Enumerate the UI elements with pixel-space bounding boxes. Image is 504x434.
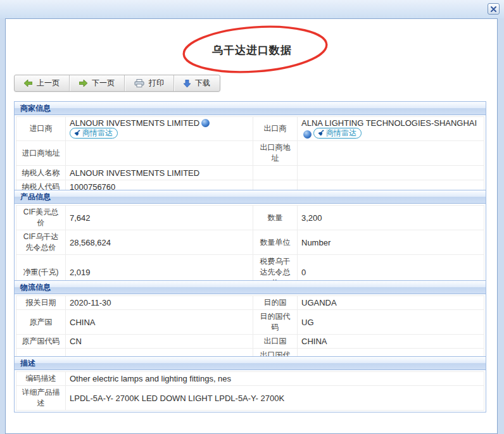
printer-icon [134, 79, 144, 87]
next-page-label: 下一页 [92, 78, 115, 89]
exporter-label: 出口商 [253, 117, 298, 141]
quantity-unit-value: Number [298, 230, 484, 255]
section-title: 产品信息 [15, 190, 486, 204]
section-description: 描述 编码描述 Other electric lamps and lightin… [14, 356, 486, 412]
cif-ugx-label: CIF乌干达先令总价 [16, 230, 66, 255]
print-button[interactable]: 打印 [124, 75, 173, 91]
page-title: 乌干达进口数据 [0, 43, 504, 58]
origin-code-value: CN [66, 335, 253, 349]
dest-country-label: 目的国 [253, 296, 298, 310]
arrow-left-icon [24, 80, 32, 87]
product-desc-label: 详细产品描述 [16, 386, 66, 411]
origin-code-label: 原产国代码 [16, 335, 66, 349]
section-title: 物流信息 [15, 281, 486, 294]
quantity-unit-label: 数量单位 [253, 230, 298, 255]
table-row: CIF乌干达先令总价 28,568,624 数量单位 Number [16, 230, 484, 255]
table-row: 报关日期 2020-11-30 目的国 UGANDA [16, 296, 484, 310]
pager-toolbar: 上一页 下一页 打印 下载 [14, 75, 220, 92]
close-button[interactable] [488, 3, 500, 15]
globe-icon[interactable] [303, 130, 312, 139]
declare-date-value: 2020-11-30 [66, 296, 253, 310]
download-label: 下载 [195, 78, 210, 89]
importer-label: 进口商 [16, 117, 66, 141]
print-label: 打印 [149, 78, 164, 89]
business-radar-badge[interactable]: 商情雷达 [313, 128, 362, 139]
hs-desc-value: Other electric lamps and lighting fittin… [66, 372, 484, 386]
prev-page-label: 上一页 [37, 78, 60, 89]
table-row: 原产国 CHINA 目的国代码 UG [16, 310, 484, 335]
table-row: 编码描述 Other electric lamps and lighting f… [16, 372, 484, 386]
table-row: 进口商地址 出口商地址 [16, 141, 484, 166]
dest-country-value: UGANDA [298, 296, 484, 310]
export-country-label: 出口国 [253, 335, 298, 349]
section-title: 商家信息 [15, 102, 486, 115]
globe-icon[interactable] [201, 119, 210, 127]
importer-address-value [66, 141, 253, 166]
product-desc-value: LPDL-5A-Y- 2700K LED DOWN LIGHT LPDL-5A-… [66, 386, 484, 411]
window-titlebar [0, 0, 504, 18]
exporter-value: ALNA LIGHTING TECHNOLOGIES-SHANGHAI商情雷达 [298, 117, 484, 141]
cif-usd-label: CIF美元总价 [16, 206, 66, 230]
quantity-value: 3,200 [298, 206, 484, 230]
table-row: 原产国代码 CN 出口国 CHINA [16, 335, 484, 349]
importer-value: ALNOUR INVESTMENTS LIMITED商情雷达 [66, 117, 253, 141]
business-radar-badge[interactable]: 商情雷达 [70, 128, 118, 139]
taxpayer-name-value: ALNOUR INVESTMENTS LIMITED [66, 166, 253, 180]
satellite-icon [317, 130, 324, 137]
quantity-label: 数量 [253, 206, 298, 230]
cif-usd-value: 7,642 [66, 206, 253, 230]
close-icon [491, 6, 496, 12]
taxpayer-name-label: 纳税人名称 [16, 166, 66, 180]
origin-country-label: 原产国 [16, 310, 66, 335]
exporter-address-label: 出口商地址 [253, 141, 298, 166]
download-icon [184, 80, 191, 87]
table-row: 进口商 ALNOUR INVESTMENTS LIMITED商情雷达 出口商 A… [16, 117, 484, 141]
section-title: 描述 [15, 357, 486, 370]
download-button[interactable]: 下载 [173, 75, 220, 91]
arrow-right-icon [79, 80, 87, 87]
prev-page-button[interactable]: 上一页 [15, 75, 69, 91]
next-page-button[interactable]: 下一页 [69, 75, 124, 91]
satellite-icon [73, 130, 80, 137]
exporter-address-value [298, 141, 484, 166]
cif-ugx-value: 28,568,624 [66, 230, 253, 255]
dest-code-value: UG [298, 310, 484, 335]
export-country-value: CHINA [298, 335, 484, 349]
hs-desc-label: 编码描述 [16, 372, 66, 386]
dest-code-label: 目的国代码 [253, 310, 298, 335]
origin-country-value: CHINA [66, 310, 253, 335]
section-merchant-info: 商家信息 进口商 ALNOUR INVESTMENTS LIMITED商情雷达 … [14, 101, 486, 196]
table-row: 纳税人名称 ALNOUR INVESTMENTS LIMITED [16, 166, 484, 180]
importer-address-label: 进口商地址 [16, 141, 66, 166]
uganda-import-dialog: { "title": "乌干达进口数据", "toolbar": { "prev… [0, 0, 504, 434]
declare-date-label: 报关日期 [16, 296, 66, 310]
table-row: CIF美元总价 7,642 数量 3,200 [16, 206, 484, 230]
table-row: 详细产品描述 LPDL-5A-Y- 2700K LED DOWN LIGHT L… [16, 386, 484, 411]
